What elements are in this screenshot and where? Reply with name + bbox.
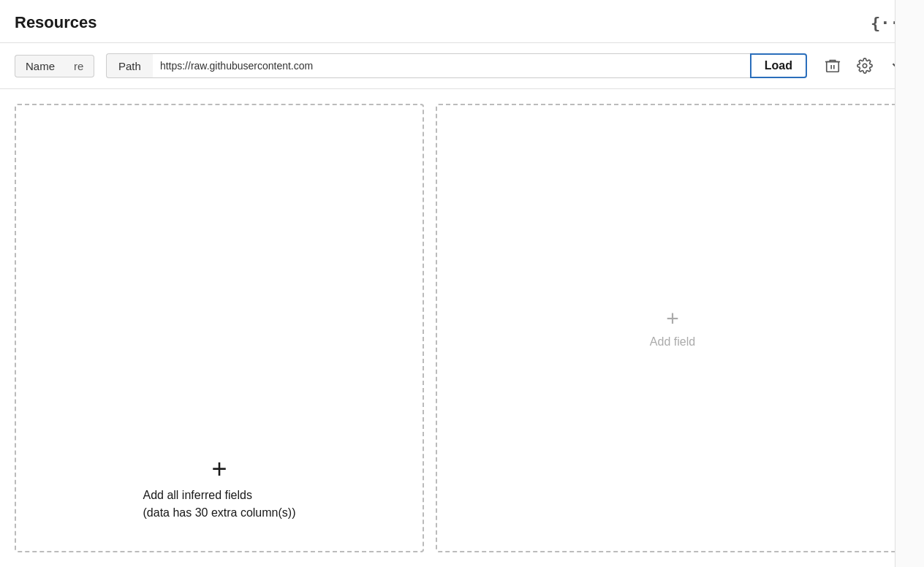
add-field-plus-icon: + <box>666 308 679 330</box>
header: Resources {··· <box>0 0 924 43</box>
toolbar: Name re Path Load <box>0 43 924 89</box>
name-group: Name re <box>15 55 94 77</box>
left-panel: + Add all inferred fields (data has 30 e… <box>15 104 424 552</box>
add-field-label: Add field <box>650 335 695 349</box>
delete-icon <box>825 58 841 74</box>
name-label: Name <box>15 55 65 77</box>
load-button[interactable]: Load <box>750 53 807 78</box>
gear-icon <box>857 58 873 74</box>
name-value: re <box>65 55 94 77</box>
svg-point-4 <box>863 64 867 68</box>
right-panel: + Add field <box>436 104 909 552</box>
add-field-button[interactable]: + Add field <box>650 308 695 349</box>
side-panel <box>895 0 924 567</box>
svg-rect-0 <box>827 62 839 72</box>
main-content: + Add all inferred fields (data has 30 e… <box>0 89 924 567</box>
settings-button[interactable] <box>852 55 877 77</box>
add-all-inferred-fields-button[interactable]: + Add all inferred fields (data has 30 e… <box>143 456 296 522</box>
page-container: Resources {··· Name re Path Load <box>0 0 924 567</box>
path-label: Path <box>106 53 153 78</box>
delete-button[interactable] <box>820 55 845 77</box>
add-all-text: Add all inferred fields (data has 30 ext… <box>143 487 296 522</box>
page-title: Resources <box>15 13 97 32</box>
path-group: Path Load <box>106 53 807 78</box>
add-all-plus-icon: + <box>211 456 227 482</box>
path-input[interactable] <box>153 53 750 78</box>
